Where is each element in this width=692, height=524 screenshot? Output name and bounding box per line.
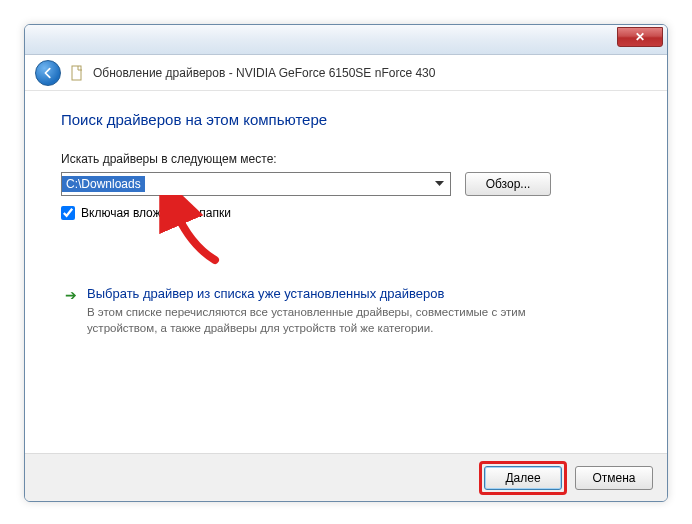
titlebar: ✕ xyxy=(25,25,667,55)
window-title: Обновление драйверов - NVIDIA GeForce 61… xyxy=(93,66,435,80)
header-row: Обновление драйверов - NVIDIA GeForce 61… xyxy=(25,55,667,91)
document-icon xyxy=(69,65,85,81)
footer: Далее Отмена xyxy=(25,453,667,501)
content-area: Поиск драйверов на этом компьютере Искат… xyxy=(25,91,667,453)
arrow-right-icon: ➔ xyxy=(65,287,77,336)
driver-update-window: ✕ Обновление драйверов - NVIDIA GeForce … xyxy=(24,24,668,502)
close-icon: ✕ xyxy=(635,30,645,44)
page-heading: Поиск драйверов на этом компьютере xyxy=(61,111,631,128)
path-label: Искать драйверы в следующем месте: xyxy=(61,152,631,166)
back-arrow-icon xyxy=(41,66,55,80)
svg-rect-0 xyxy=(72,66,81,80)
driver-path-input[interactable]: C:\Downloads xyxy=(61,172,451,196)
back-button[interactable] xyxy=(35,60,61,86)
browse-button[interactable]: Обзор... xyxy=(465,172,551,196)
next-button[interactable]: Далее xyxy=(484,466,562,490)
chevron-down-icon xyxy=(435,181,444,187)
pick-option-desc: В этом списке перечисляются все установл… xyxy=(87,304,577,336)
close-button[interactable]: ✕ xyxy=(617,27,663,47)
path-value: C:\Downloads xyxy=(62,176,145,192)
pick-from-list-option[interactable]: ➔ Выбрать драйвер из списка уже установл… xyxy=(61,280,631,342)
include-subfolders-checkbox[interactable] xyxy=(61,206,75,220)
cancel-button[interactable]: Отмена xyxy=(575,466,653,490)
include-subfolders-row[interactable]: Включая вложенные папки xyxy=(61,206,631,220)
pick-option-title: Выбрать драйвер из списка уже установлен… xyxy=(87,286,577,301)
annotation-highlight: Далее xyxy=(479,461,567,495)
include-subfolders-label: Включая вложенные папки xyxy=(81,206,231,220)
